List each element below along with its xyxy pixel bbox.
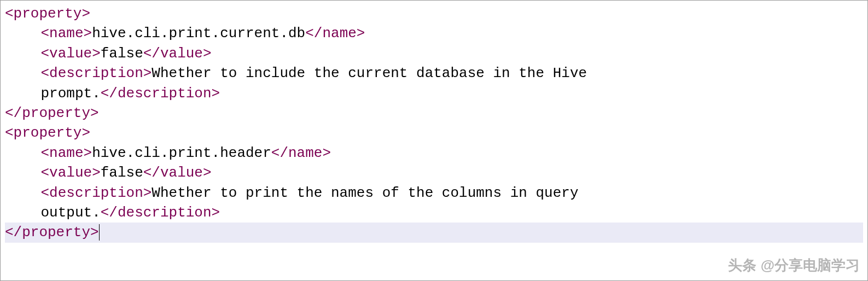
xml-tag: <description> [41, 65, 152, 81]
xml-text: false [101, 165, 143, 181]
code-line: <name>hive.cli.print.header</name> [5, 143, 863, 163]
xml-text: prompt. [41, 85, 101, 102]
xml-text: Whether to include the current database … [152, 65, 587, 81]
xml-tag: </property> [5, 105, 99, 121]
xml-tag: </value> [143, 45, 212, 62]
xml-tag: </name> [271, 145, 331, 161]
code-line: <description>Whether to print the names … [5, 183, 863, 203]
xml-tag: </property> [5, 224, 99, 241]
xml-tag: <value> [41, 45, 101, 62]
xml-tag: </name> [305, 25, 365, 42]
xml-tag: <description> [41, 185, 152, 201]
xml-tag: <value> [41, 165, 101, 181]
xml-tag: <name> [41, 145, 92, 161]
code-line: <property> [5, 4, 863, 24]
xml-tag: <property> [5, 125, 90, 141]
xml-tag: <name> [41, 25, 92, 42]
xml-text: hive.cli.print.current.db [92, 25, 305, 42]
code-line: <description>Whether to include the curr… [5, 63, 863, 83]
code-line: output.</description> [5, 203, 863, 223]
code-line: <value>false</value> [5, 44, 863, 63]
code-editor-panel: <property> <name>hive.cli.print.current.… [0, 0, 868, 281]
current-line: </property> [5, 223, 863, 242]
xml-text: Whether to print the names of the column… [152, 185, 578, 201]
xml-text: output. [41, 204, 101, 221]
text-cursor [99, 224, 100, 241]
xml-tag: </description> [101, 204, 220, 221]
code-line: <name>hive.cli.print.current.db</name> [5, 24, 863, 43]
xml-tag: </description> [101, 85, 220, 102]
code-line: prompt.</description> [5, 84, 863, 103]
xml-text: false [101, 45, 143, 62]
code-line: <property> [5, 123, 863, 143]
xml-tag: <property> [5, 5, 90, 22]
code-line: </property> [5, 103, 863, 123]
xml-tag: </value> [143, 165, 212, 181]
xml-text: hive.cli.print.header [92, 145, 271, 161]
code-line: <value>false</value> [5, 163, 863, 183]
watermark-text: 头条 @分享电脑学习 [728, 255, 860, 275]
